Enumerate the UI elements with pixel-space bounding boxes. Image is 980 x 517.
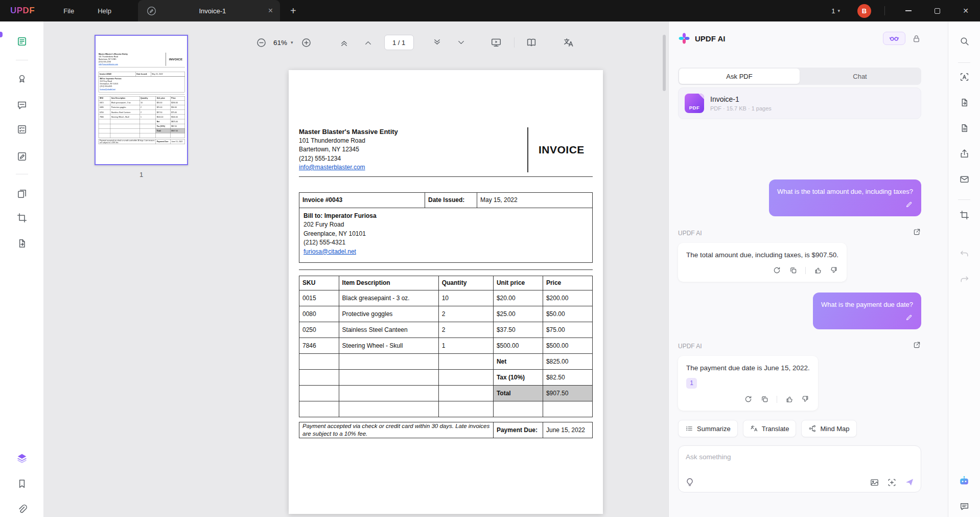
share-icon[interactable] <box>957 146 971 161</box>
convert-icon[interactable] <box>957 95 971 109</box>
email-icon[interactable] <box>957 172 971 186</box>
thumbs-up-icon[interactable] <box>785 395 794 403</box>
minimize-button[interactable] <box>903 6 914 16</box>
search-icon[interactable] <box>957 34 971 48</box>
file-card[interactable]: PDF Invoice-1 PDF · 15.7 KB · 1 pages <box>678 87 921 119</box>
viewer-scrollbar[interactable] <box>663 35 666 91</box>
first-page-icon[interactable] <box>339 38 349 48</box>
thumbnail-panel: Master Blaster's Massive Entity 101 Thun… <box>43 21 197 517</box>
summary-row-net: Net $825.00 <box>299 353 593 369</box>
thumbs-up-icon[interactable] <box>813 266 822 275</box>
previous-page-icon[interactable] <box>363 38 373 48</box>
titlebar-divider <box>884 6 885 15</box>
page-tools-icon[interactable] <box>957 121 971 135</box>
redo-icon[interactable] <box>957 272 971 286</box>
regenerate-icon[interactable] <box>744 395 753 403</box>
page-indicator[interactable]: 1 / 1 <box>384 35 414 50</box>
tab-title: Invoice-1 <box>157 7 268 15</box>
user-message: What is the total amount due, including … <box>769 179 921 216</box>
tab-close-icon[interactable]: × <box>268 6 273 15</box>
thumbs-down-icon[interactable] <box>830 266 838 275</box>
col-quantity: Quantity <box>438 276 493 290</box>
insert-image-icon[interactable] <box>870 478 879 487</box>
item-row: 0250Stainless Steel Canteen2$37.50$75.00 <box>299 322 593 338</box>
thumbnail-panel-icon[interactable] <box>15 34 29 49</box>
file-meta: PDF · 15.7 KB · 1 pages <box>710 105 772 111</box>
crop-pages-icon[interactable] <box>15 211 29 225</box>
close-icon: ✕ <box>963 7 969 15</box>
feedback-icon[interactable] <box>957 499 971 513</box>
new-tab-button[interactable]: + <box>290 5 296 17</box>
tab-chat[interactable]: Chat <box>800 69 920 84</box>
screenshot-capture-icon[interactable] <box>887 478 897 487</box>
reading-mode-icon[interactable] <box>526 37 537 48</box>
lock-icon[interactable] <box>912 34 921 43</box>
ai-response-header: UPDF AI <box>678 228 921 238</box>
maximize-button[interactable] <box>932 6 942 16</box>
zoom-level[interactable]: 61% <box>273 39 287 47</box>
ai-response-header: UPDF AI <box>678 341 921 351</box>
next-page-icon[interactable] <box>432 38 442 48</box>
ocr-icon[interactable] <box>957 70 971 84</box>
bookmark-icon[interactable] <box>15 477 29 491</box>
translate-button[interactable]: Translate <box>743 420 797 437</box>
bill-to-email-link[interactable]: furiosa@citadel.net <box>304 248 356 255</box>
document-tab[interactable]: Invoice-1 × <box>138 0 280 21</box>
user-message-text: What is the total amount due, including … <box>777 188 913 195</box>
zoom-in-icon[interactable] <box>301 37 312 48</box>
copy-icon[interactable] <box>789 266 798 275</box>
avatar[interactable]: B <box>857 4 871 18</box>
window-count-dropdown[interactable]: 1 ▾ <box>831 7 840 15</box>
col-sku: SKU <box>299 276 339 290</box>
company-email-link[interactable]: info@masterblaster.com <box>299 164 365 171</box>
organize-pages-icon[interactable] <box>15 187 29 201</box>
mind-map-button[interactable]: Mind Map <box>801 420 856 437</box>
viewer-toolbar: 61% ▾ 1 / 1 <box>256 34 574 51</box>
presentation-mode-icon[interactable] <box>491 37 502 48</box>
company-address2: Bartertown, NY 12345 <box>299 145 527 154</box>
minimize-icon <box>905 10 912 11</box>
tab-ask-pdf[interactable]: Ask PDF <box>679 69 800 84</box>
prompt-ideas-icon[interactable] <box>685 477 695 487</box>
thumbs-down-icon[interactable] <box>801 395 810 403</box>
regenerate-icon[interactable] <box>773 266 781 275</box>
thumbnail-page[interactable]: Master Blaster's Massive Entity 101 Thun… <box>95 35 188 165</box>
last-page-icon[interactable] <box>456 38 466 48</box>
reader-stamp-icon[interactable] <box>15 72 29 86</box>
ask-input[interactable] <box>686 453 914 461</box>
layers-icon[interactable] <box>15 451 29 465</box>
citation-badge[interactable]: 1 <box>686 378 697 389</box>
item-row: 0015Black greasepaint - 3 oz.10$20.00$20… <box>299 290 593 306</box>
edit-message-icon[interactable] <box>905 200 913 211</box>
reading-glasses-toggle[interactable] <box>883 32 905 45</box>
pdf-file-icon: PDF <box>685 94 704 113</box>
comment-tool-icon[interactable] <box>15 98 29 113</box>
ai-panel-title: UPDF AI <box>695 34 725 43</box>
zoom-caret-icon[interactable]: ▾ <box>291 40 293 45</box>
attachment-icon[interactable] <box>15 502 29 516</box>
ai-assistant-icon[interactable] <box>957 474 971 488</box>
summarize-button[interactable]: Summarize <box>678 420 738 437</box>
ai-panel-header: UPDF AI <box>678 31 921 46</box>
send-icon[interactable] <box>904 477 915 487</box>
convert-tool-icon[interactable] <box>15 236 29 251</box>
menu-file[interactable]: File <box>63 7 74 15</box>
edit-pdf-icon[interactable] <box>15 149 29 164</box>
edit-message-icon[interactable] <box>905 313 913 324</box>
copy-icon[interactable] <box>760 395 769 403</box>
open-in-window-icon[interactable] <box>913 341 921 351</box>
company-phone: (212) 555-1234 <box>299 154 527 164</box>
close-button[interactable]: ✕ <box>961 6 971 16</box>
crop-icon[interactable] <box>957 208 971 222</box>
bill-to-phone: (212) 555-4321 <box>304 238 588 248</box>
translate-page-icon[interactable] <box>563 37 574 48</box>
undo-icon[interactable] <box>957 246 971 261</box>
company-block: Master Blaster's Massive Entity 101 Thun… <box>299 127 527 172</box>
open-in-window-icon[interactable] <box>913 228 921 238</box>
ai-response: The total amount due, including taxes, i… <box>678 243 847 282</box>
updf-ai-logo <box>678 32 690 44</box>
form-tool-icon[interactable] <box>15 122 29 137</box>
left-toolbar <box>0 21 43 517</box>
menu-help[interactable]: Help <box>98 7 111 15</box>
zoom-out-icon[interactable] <box>256 37 267 48</box>
